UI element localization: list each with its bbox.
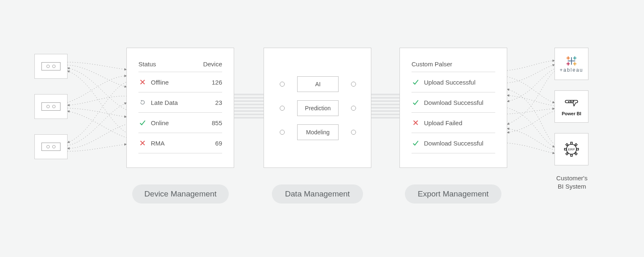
refresh-icon <box>138 98 147 107</box>
status-row-rma: RMA 69 <box>138 133 222 153</box>
svg-rect-40 <box>576 148 579 150</box>
device-icon <box>41 62 61 70</box>
status-label: Late Data <box>151 99 201 106</box>
node-label: Prediction <box>305 105 331 112</box>
erp-text: ERP <box>568 148 575 151</box>
node-label: Modeling <box>306 129 330 136</box>
node-prediction: Prediction <box>297 100 339 116</box>
svg-rect-33 <box>570 101 571 103</box>
data-management-panel: AI Prediction Modeling <box>264 48 371 168</box>
check-icon <box>412 78 420 86</box>
device-icon <box>41 143 61 151</box>
tableau-label: +ableau <box>559 67 583 73</box>
graph-output-node <box>351 82 356 87</box>
header-status: Status <box>138 61 156 68</box>
status-count: 23 <box>201 99 222 106</box>
export-label: Download Successful <box>424 99 483 106</box>
svg-rect-42 <box>575 143 577 146</box>
status-label: Online <box>151 119 201 126</box>
chip-label: Export Management <box>418 189 489 199</box>
status-count: 855 <box>201 119 222 126</box>
device-box-1 <box>34 54 68 79</box>
chip-data-management: Data Management <box>272 184 363 204</box>
export-row: Upload Successful <box>412 72 495 92</box>
export-row: Download Successful <box>412 92 495 113</box>
cross-icon <box>412 119 420 127</box>
device-management-panel: Status Device Offline 126 Late Data 23 <box>126 48 234 168</box>
node-modeling: Modeling <box>297 124 339 140</box>
cross-icon <box>138 78 147 86</box>
chip-label: Data Management <box>285 189 350 199</box>
graph-input-node <box>280 106 285 111</box>
status-row-late-data: Late Data 23 <box>138 92 222 113</box>
check-icon <box>412 139 420 147</box>
status-label: RMA <box>151 140 201 147</box>
export-label: Download Successful <box>424 140 483 147</box>
status-count: 69 <box>201 140 222 147</box>
export-label: Upload Successful <box>424 79 475 86</box>
svg-rect-37 <box>571 142 572 144</box>
export-row: Download Successful <box>412 133 495 153</box>
chip-device-management: Device Management <box>132 184 229 204</box>
node-label: AI <box>315 81 320 87</box>
status-label: Offline <box>151 79 201 86</box>
svg-rect-35 <box>573 100 574 102</box>
chip-export-management: Export Management <box>405 184 501 204</box>
powerbi-label: Power BI <box>562 111 581 116</box>
device-table-header: Status Device <box>138 58 222 72</box>
export-title: Custom Palser <box>412 58 495 72</box>
bi-box-erp: ERP <box>554 133 588 165</box>
svg-rect-38 <box>571 154 572 156</box>
svg-rect-41 <box>566 143 568 146</box>
bi-box-powerbi: Power BI <box>554 90 588 123</box>
node-ai: AI <box>297 76 339 92</box>
svg-rect-34 <box>571 101 572 103</box>
export-management-panel: Custom Palser Upload Successful Download… <box>399 48 507 168</box>
status-count: 126 <box>201 79 222 86</box>
bi-box-tableau: +ableau <box>554 48 588 80</box>
tableau-icon <box>564 55 579 67</box>
graph-input-node <box>280 82 285 87</box>
svg-rect-32 <box>568 101 569 102</box>
powerbi-icon <box>564 97 579 109</box>
export-row: Upload Failed <box>412 113 495 133</box>
bi-caption: Customer's BI System <box>547 174 597 191</box>
check-icon <box>412 98 420 107</box>
bi-caption-line1: Customer's <box>556 175 587 182</box>
status-row-offline: Offline 126 <box>138 72 222 92</box>
graph-output-node <box>351 106 356 111</box>
header-device: Device <box>203 61 222 68</box>
export-label: Upload Failed <box>424 119 462 126</box>
device-box-3 <box>34 134 68 159</box>
status-row-online: Online 855 <box>138 113 222 133</box>
svg-rect-39 <box>564 148 567 150</box>
svg-rect-43 <box>566 153 568 155</box>
graph-output-node <box>351 130 356 135</box>
check-icon <box>138 119 147 127</box>
svg-rect-44 <box>575 153 577 155</box>
diagram-stage: Status Device Offline 126 Late Data 23 <box>0 0 644 257</box>
chip-label: Device Management <box>144 189 216 199</box>
graph-input-node <box>280 130 285 135</box>
device-icon <box>41 102 61 111</box>
device-box-2 <box>34 94 68 119</box>
erp-gear-icon: ERP <box>562 140 581 158</box>
bi-caption-line2: BI System <box>558 183 586 190</box>
cross-icon <box>138 139 147 147</box>
